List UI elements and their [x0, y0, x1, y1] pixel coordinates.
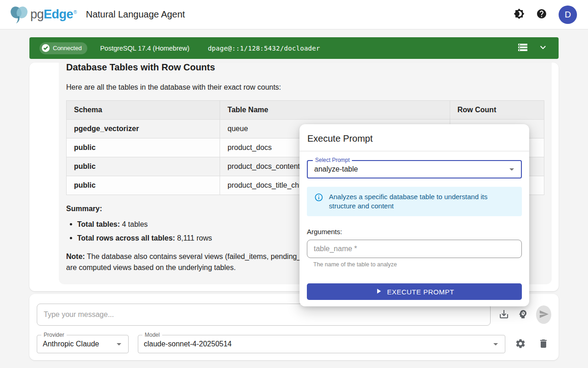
- execute-prompt-dialog: Execute Prompt Select Prompt analyze-tab…: [300, 124, 529, 306]
- export-chat-button[interactable]: [498, 309, 509, 320]
- provider-select-value: Anthropic Claude: [43, 340, 113, 348]
- page-title: Natural Language Agent: [86, 9, 185, 20]
- help-icon: [536, 8, 547, 21]
- prompt-select-label: Select Prompt: [313, 157, 352, 163]
- dark-mode-toggle-button[interactable]: [514, 9, 525, 20]
- bullet-label: Total rows across all tables:: [77, 234, 175, 242]
- brand-text: pgEdge®: [30, 7, 77, 22]
- connection-status-bar: Connected PostgreSQL 17.4 (Homebrew) dpa…: [29, 37, 559, 59]
- connection-list-button[interactable]: [517, 43, 528, 54]
- prompt-description-text: Analyzes a specific database table to un…: [329, 192, 513, 211]
- model-select-value: claude-sonnet-4-20250514: [144, 340, 490, 348]
- brightness-icon: [514, 8, 525, 21]
- app-header: pgEdge® Natural Language Agent D: [0, 0, 588, 29]
- bullet-label: Total tables:: [77, 220, 120, 228]
- prompt-select[interactable]: Select Prompt analyze-table: [307, 160, 522, 178]
- chevron-down-icon: [537, 42, 548, 54]
- download-icon: [498, 309, 509, 321]
- dialog-title: Execute Prompt: [300, 124, 529, 151]
- pgedge-logo-icon: [9, 5, 29, 24]
- server-list-icon: [517, 42, 528, 54]
- send-icon: [539, 309, 549, 321]
- provider-select[interactable]: Provider Anthropic Claude: [37, 335, 129, 353]
- prompt-description-alert: Analyzes a specific database table to un…: [307, 187, 522, 216]
- message-input[interactable]: [37, 304, 491, 326]
- prompts-button[interactable]: [517, 309, 528, 320]
- user-avatar[interactable]: D: [559, 6, 577, 24]
- help-button[interactable]: [536, 9, 547, 20]
- prompt-select-value: analyze-table: [314, 165, 506, 173]
- connection-string: dpage@::1/128:5432/docloader: [208, 45, 320, 52]
- brand-pg: pg: [30, 7, 44, 22]
- psychology-icon: [517, 309, 528, 321]
- cell-schema: public: [67, 138, 220, 157]
- model-select[interactable]: Model claude-sonnet-4-20250514: [138, 335, 505, 353]
- table-name-input[interactable]: [307, 240, 522, 258]
- brand-registered-mark: ®: [74, 10, 77, 15]
- table-header-row: Schema Table Name Row Count: [67, 101, 544, 120]
- send-message-button[interactable]: [536, 305, 551, 324]
- model-select-label: Model: [142, 332, 162, 338]
- pgedge-logo: pgEdge®: [9, 5, 77, 24]
- dropdown-arrow-icon: [113, 339, 124, 350]
- execute-prompt-button[interactable]: EXECUTE PROMPT: [307, 283, 522, 300]
- info-icon: [314, 193, 323, 202]
- check-circle-icon: [42, 44, 50, 52]
- note-label: Note:: [66, 253, 85, 260]
- message-intro-text: Here are all the tables in the database …: [66, 82, 544, 93]
- column-header-schema: Schema: [67, 101, 220, 120]
- settings-button[interactable]: [515, 339, 526, 350]
- connected-status-badge: Connected: [40, 42, 87, 54]
- column-header-row-count: Row Count: [450, 101, 544, 120]
- trash-icon: [538, 338, 549, 351]
- gear-icon: [515, 338, 526, 351]
- server-version-text: PostgreSQL 17.4 (Homebrew): [100, 45, 190, 52]
- cell-schema: public: [67, 176, 220, 195]
- argument-helper-text: The name of the table to analyze: [313, 261, 522, 268]
- dropdown-arrow-icon: [506, 164, 517, 175]
- arguments-label: Arguments:: [307, 228, 522, 236]
- message-heading: Database Tables with Row Counts: [66, 63, 544, 73]
- connected-status-label: Connected: [53, 45, 82, 52]
- execute-prompt-button-label: EXECUTE PROMPT: [387, 288, 454, 296]
- connection-collapse-button[interactable]: [537, 43, 548, 54]
- brand-edge: Edge: [44, 7, 73, 22]
- bullet-text: 4 tables: [120, 220, 147, 228]
- cell-schema: pgedge_vectorizer: [67, 120, 220, 138]
- cell-schema: public: [67, 157, 220, 176]
- column-header-table-name: Table Name: [220, 101, 450, 120]
- bullet-text: 8,111 rows: [175, 234, 212, 242]
- play-icon: [374, 287, 383, 297]
- dropdown-arrow-icon: [490, 339, 501, 350]
- provider-select-label: Provider: [41, 332, 67, 338]
- clear-chat-button[interactable]: [538, 339, 549, 350]
